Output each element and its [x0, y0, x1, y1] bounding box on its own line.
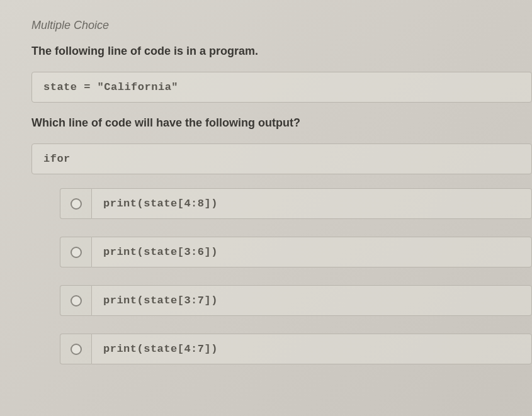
given-code-box: state = "California": [31, 72, 532, 103]
expected-output-box: ifor: [31, 143, 532, 174]
radio-cell[interactable]: [60, 237, 91, 267]
option-code-text: print(state[3:7]): [103, 295, 218, 306]
given-code-text: state = "California": [43, 81, 178, 93]
question-type-label: Multiple Choice: [31, 19, 532, 32]
option-code-box: print(state[3:6]): [91, 237, 532, 267]
radio-cell[interactable]: [60, 285, 91, 316]
question-prompt-1: The following line of code is in a progr…: [31, 45, 532, 58]
option-code-box: print(state[3:7]): [91, 285, 532, 316]
expected-output-text: ifor: [43, 153, 71, 165]
option-code-box: print(state[4:7]): [91, 334, 532, 364]
radio-icon: [71, 295, 82, 306]
options-container: print(state[4:8]) print(state[3:6]) prin…: [31, 188, 532, 364]
option-code-text: print(state[4:7]): [103, 343, 218, 355]
option-row[interactable]: print(state[4:7]): [60, 334, 532, 364]
radio-icon: [71, 344, 82, 355]
radio-cell[interactable]: [60, 334, 91, 364]
option-code-box: print(state[4:8]): [91, 188, 532, 219]
option-code-text: print(state[3:6]): [103, 246, 218, 258]
radio-icon: [71, 198, 82, 210]
option-code-text: print(state[4:8]): [103, 198, 218, 210]
option-row[interactable]: print(state[3:7]): [60, 285, 532, 316]
option-row[interactable]: print(state[4:8]): [60, 188, 532, 219]
radio-cell[interactable]: [60, 188, 91, 219]
question-prompt-2: Which line of code will have the followi…: [31, 116, 532, 130]
option-row[interactable]: print(state[3:6]): [60, 237, 532, 267]
radio-icon: [71, 247, 82, 258]
